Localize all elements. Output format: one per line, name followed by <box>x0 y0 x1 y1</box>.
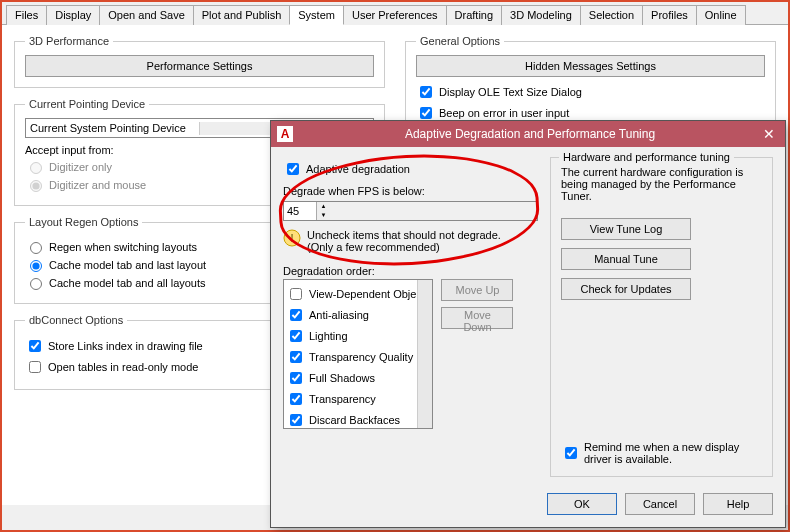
list-item-checkbox[interactable] <box>290 393 302 405</box>
list-item[interactable]: Transparency Quality <box>286 348 430 366</box>
list-item[interactable]: View-Dependent Objects <box>286 285 430 303</box>
check-updates-button[interactable]: Check for Updates <box>561 278 691 300</box>
radio-digitizer-mouse <box>30 180 42 192</box>
radio-regen-switching[interactable] <box>30 242 42 254</box>
fps-spinner[interactable]: ▲ ▼ <box>283 201 538 221</box>
dialog-left-col: Adaptive degradation Degrade when FPS is… <box>283 157 538 477</box>
tip-text: Uncheck items that should not degrade. (… <box>307 229 501 253</box>
list-item-label: View-Dependent Objects <box>309 288 430 300</box>
list-item-label: Transparency <box>309 393 376 405</box>
spinner-down-icon[interactable]: ▼ <box>317 211 330 220</box>
legend-hardware: Hardware and performance tuning <box>559 151 734 163</box>
tab-profiles[interactable]: Profiles <box>642 5 697 25</box>
order-wrap: View-Dependent ObjectsAnti-aliasingLight… <box>283 279 538 429</box>
label-remind-driver: Remind me when a new display driver is a… <box>584 441 762 465</box>
move-up-button[interactable]: Move Up <box>441 279 513 301</box>
radio-digitizer-only <box>30 162 42 174</box>
fps-input[interactable] <box>284 202 316 220</box>
dialog-footer: OK Cancel Help <box>271 487 785 521</box>
list-item-checkbox[interactable] <box>290 330 302 342</box>
app-icon: A <box>277 126 293 142</box>
check-store-links[interactable] <box>29 340 41 352</box>
check-remind-driver[interactable] <box>565 447 577 459</box>
tab-online[interactable]: Online <box>696 5 746 25</box>
list-item-checkbox[interactable] <box>290 288 302 300</box>
tab-plot-and-publish[interactable]: Plot and Publish <box>193 5 291 25</box>
dialog-right-col: Hardware and performance tuning The curr… <box>550 157 773 477</box>
adaptive-degradation-dialog: A Adaptive Degradation and Performance T… <box>270 120 786 528</box>
tab-user-preferences[interactable]: User Preferences <box>343 5 447 25</box>
tab-files[interactable]: Files <box>6 5 47 25</box>
label-digitizer-only: Digitizer only <box>49 161 112 173</box>
list-item[interactable]: Full Shadows <box>286 369 430 387</box>
tab-3d-modeling[interactable]: 3D Modeling <box>501 5 581 25</box>
dialog-titlebar[interactable]: A Adaptive Degradation and Performance T… <box>271 121 785 147</box>
hardware-desc: The current hardware configuration is be… <box>561 166 762 202</box>
label-beep-error: Beep on error in user input <box>439 107 569 119</box>
group-3d-performance: 3D Performance Performance Settings <box>14 35 385 88</box>
combo-value: Current System Pointing Device <box>26 122 199 134</box>
list-item[interactable]: Transparency <box>286 390 430 408</box>
tab-strip: FilesDisplayOpen and SavePlot and Publis… <box>2 2 788 25</box>
ok-button[interactable]: OK <box>547 493 617 515</box>
legend-pointing: Current Pointing Device <box>25 98 149 110</box>
check-ole-dialog[interactable] <box>420 86 432 98</box>
list-item-label: Anti-aliasing <box>309 309 369 321</box>
list-item-checkbox[interactable] <box>290 351 302 363</box>
tab-selection[interactable]: Selection <box>580 5 643 25</box>
spinner-arrows: ▲ ▼ <box>316 202 330 220</box>
tip-line2: (Only a few recommended) <box>307 241 501 253</box>
check-adaptive-degradation[interactable] <box>287 163 299 175</box>
list-item[interactable]: Anti-aliasing <box>286 306 430 324</box>
label-store-links: Store Links index in drawing file <box>48 340 203 352</box>
list-item-checkbox[interactable] <box>290 372 302 384</box>
list-item-label: Transparency Quality <box>309 351 413 363</box>
legend-dbconnect: dbConnect Options <box>25 314 127 326</box>
list-item-checkbox[interactable] <box>290 414 302 426</box>
hidden-messages-button[interactable]: Hidden Messages Settings <box>416 55 765 77</box>
order-buttons: Move Up Move Down <box>441 279 513 429</box>
tab-open-and-save[interactable]: Open and Save <box>99 5 193 25</box>
manual-tune-button[interactable]: Manual Tune <box>561 248 691 270</box>
move-down-button[interactable]: Move Down <box>441 307 513 329</box>
tip-line1: Uncheck items that should not degrade. <box>307 229 501 241</box>
tab-system[interactable]: System <box>289 5 344 25</box>
list-item-checkbox[interactable] <box>290 309 302 321</box>
label-cache-last: Cache model tab and last layout <box>49 259 206 271</box>
lightbulb-icon: ! <box>283 229 301 247</box>
list-item-label: Discard Backfaces <box>309 414 400 426</box>
view-tune-log-button[interactable]: View Tune Log <box>561 218 691 240</box>
spinner-up-icon[interactable]: ▲ <box>317 202 330 211</box>
degradation-listbox[interactable]: View-Dependent ObjectsAnti-aliasingLight… <box>283 279 433 429</box>
group-hardware-tuning: Hardware and performance tuning The curr… <box>550 157 773 477</box>
radio-cache-last[interactable] <box>30 260 42 272</box>
check-readonly-tables[interactable] <box>29 361 41 373</box>
list-item-label: Lighting <box>309 330 348 342</box>
degradation-order-label: Degradation order: <box>283 265 538 277</box>
list-item-label: Full Shadows <box>309 372 375 384</box>
check-beep-error[interactable] <box>420 107 432 119</box>
tip-row: ! Uncheck items that should not degrade.… <box>283 229 538 253</box>
tab-drafting[interactable]: Drafting <box>446 5 503 25</box>
dialog-body: Adaptive degradation Degrade when FPS is… <box>271 147 785 487</box>
label-regen-switching: Regen when switching layouts <box>49 241 197 253</box>
legend-3d-performance: 3D Performance <box>25 35 113 47</box>
legend-general: General Options <box>416 35 504 47</box>
radio-cache-all[interactable] <box>30 278 42 290</box>
label-digitizer-mouse: Digitizer and mouse <box>49 179 146 191</box>
svg-text:!: ! <box>290 232 293 244</box>
list-item[interactable]: Discard Backfaces <box>286 411 430 429</box>
degrade-fps-label: Degrade when FPS is below: <box>283 185 538 197</box>
close-icon[interactable]: ✕ <box>759 126 779 142</box>
dialog-title: Adaptive Degradation and Performance Tun… <box>301 127 759 141</box>
label-cache-all: Cache model tab and all layouts <box>49 277 206 289</box>
help-button[interactable]: Help <box>703 493 773 515</box>
label-readonly-tables: Open tables in read-only mode <box>48 361 198 373</box>
performance-settings-button[interactable]: Performance Settings <box>25 55 374 77</box>
legend-regen: Layout Regen Options <box>25 216 142 228</box>
list-item[interactable]: Lighting <box>286 327 430 345</box>
label-adaptive-degradation: Adaptive degradation <box>306 163 410 175</box>
cancel-button[interactable]: Cancel <box>625 493 695 515</box>
scrollbar[interactable] <box>417 280 432 428</box>
tab-display[interactable]: Display <box>46 5 100 25</box>
